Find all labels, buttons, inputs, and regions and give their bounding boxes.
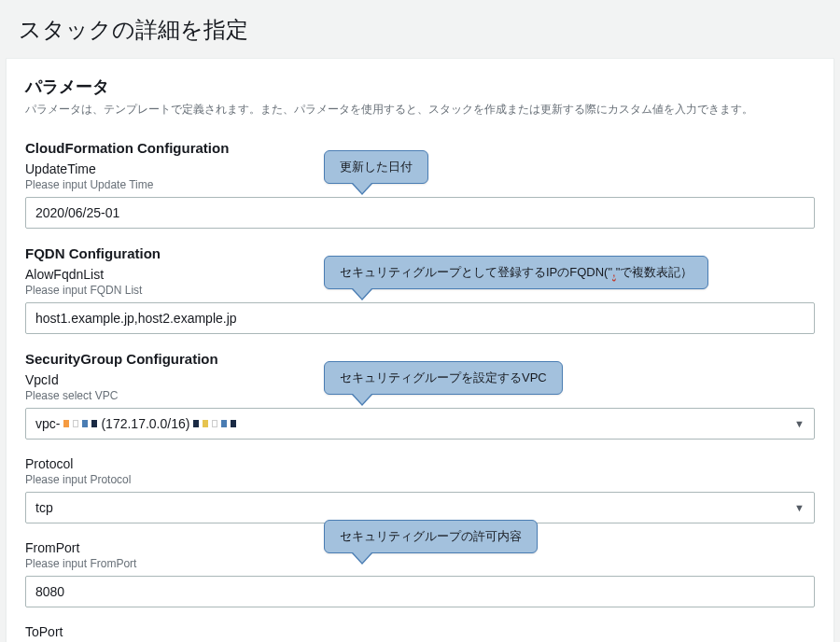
updatetime-input[interactable] xyxy=(25,197,815,229)
parameters-panel: パラメータ パラメータは、テンプレートで定義されます。また、パラメータを使用する… xyxy=(6,58,834,642)
vpcid-prefix: vpc- xyxy=(35,416,60,431)
redacted-pixel-icon xyxy=(221,420,227,427)
protocol-value: tcp xyxy=(35,500,53,515)
redacted-pixel-icon xyxy=(231,420,236,427)
redacted-pixel-icon xyxy=(91,420,97,427)
allowfqdnlist-callout: セキュリティグループとして登録するIPのFQDN(","で複数表記） xyxy=(324,256,708,289)
fromport-input[interactable] xyxy=(25,576,815,607)
fromport-callout: セキュリティグループの許可内容 xyxy=(324,520,538,553)
protocol-field: Protocol Please input Protocol tcp ▼ xyxy=(25,456,815,523)
redacted-pixel-icon xyxy=(73,420,78,427)
callout-text-suffix: "で複数表記） xyxy=(616,265,693,279)
toport-field: ToPort Please input ToPort xyxy=(25,624,815,642)
redacted-pixel-icon xyxy=(212,420,217,427)
allowfqdnlist-input[interactable] xyxy=(25,302,815,334)
chevron-down-icon: ▼ xyxy=(794,502,805,513)
redacted-pixel-icon xyxy=(82,420,88,427)
page-header: スタックの詳細を指定 xyxy=(0,0,840,58)
parameters-heading: パラメータ xyxy=(25,76,815,98)
protocol-select[interactable]: tcp ▼ xyxy=(25,492,815,523)
redacted-pixel-icon xyxy=(193,420,199,427)
vpcid-cidr: (172.17.0.0/16) xyxy=(101,416,189,431)
updatetime-field: 更新した日付 UpdateTime Please input Update Ti… xyxy=(25,161,815,229)
callout-text-prefix: セキュリティグループとして登録するIPのFQDN(" xyxy=(340,265,612,279)
allowfqdnlist-field: セキュリティグループとして登録するIPのFQDN(","で複数表記） AlowF… xyxy=(25,267,815,334)
vpcid-value: vpc- (172.17.0.0/16) xyxy=(35,416,236,431)
page-title: スタックの詳細を指定 xyxy=(19,15,821,45)
protocol-label: Protocol xyxy=(25,456,815,471)
vpcid-callout: セキュリティグループを設定するVPC xyxy=(324,361,563,395)
parameters-subtext: パラメータは、テンプレートで定義されます。また、パラメータを使用すると、スタック… xyxy=(25,102,815,118)
vpcid-field: セキュリティグループを設定するVPC VpcId Please select V… xyxy=(25,372,815,440)
chevron-down-icon: ▼ xyxy=(794,418,805,429)
vpcid-select[interactable]: vpc- (172.17.0.0/16) ▼ xyxy=(25,408,815,440)
fromport-hint: Please input FromPort xyxy=(25,557,815,570)
protocol-hint: Please input Protocol xyxy=(25,473,815,486)
updatetime-callout: 更新した日付 xyxy=(324,150,428,184)
redacted-pixel-icon xyxy=(203,420,208,427)
toport-label: ToPort xyxy=(25,624,815,639)
redacted-pixel-icon xyxy=(63,420,69,427)
